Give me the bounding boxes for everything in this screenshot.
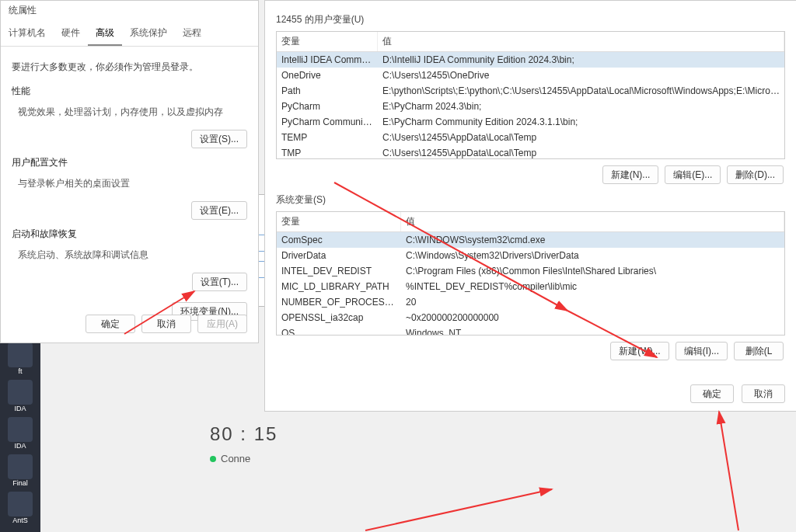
cell-var: Path: [277, 84, 378, 98]
svg-line-4: [719, 412, 738, 530]
settings-profiles-button[interactable]: 设置(E)...: [191, 201, 247, 220]
cell-val: E:\PyCharm Community Edition 2024.3.1.1\…: [378, 115, 784, 129]
group-title-profiles: 用户配置文件: [12, 156, 247, 169]
tab-bar: 计算机名 硬件 高级 系统保护 远程: [1, 22, 258, 47]
sys-vars-table: 变量 值 ComSpecC:\WINDOWS\system32\cmd.exeD…: [276, 211, 785, 336]
cell-var: OPENSSL_ia32cap: [277, 311, 401, 325]
group-desc: 系统启动、系统故障和调试信息: [18, 249, 247, 262]
user-vars-table: 变量 值 IntelliJ IDEA Community E...D:\Inte…: [276, 31, 785, 159]
table-row[interactable]: TMPC:\Users\12455\AppData\Local\Temp: [277, 145, 784, 159]
table-row[interactable]: OSWindows_NT: [277, 325, 784, 336]
cell-val: %INTEL_DEV_REDIST%compiler\lib\mic: [401, 280, 784, 294]
cell-val: C:\Users\12455\OneDrive: [378, 68, 784, 82]
sys-edit-button[interactable]: 编辑(I)...: [676, 342, 728, 360]
apply-button[interactable]: 应用(A): [197, 315, 247, 333]
clock: 80 : 15: [210, 423, 278, 445]
cell-var: MIC_LD_LIBRARY_PATH: [277, 280, 401, 294]
cell-val: C:\Users\12455\AppData\Local\Temp: [378, 130, 784, 144]
desktop-icons-strip: ft IDA IDA Final AntS: [0, 338, 40, 532]
status-dot-icon: [210, 456, 216, 462]
env-cancel-button[interactable]: 取消: [742, 384, 785, 403]
dialog-title: 统属性: [1, 1, 258, 20]
env-variables-dialog: 12455 的用户变量(U) 变量 值 IntelliJ IDEA Commun…: [264, 0, 796, 412]
cell-val: 20: [401, 295, 784, 309]
settings-startup-button[interactable]: 设置(T)...: [192, 273, 247, 291]
cell-var: OS: [277, 326, 401, 336]
cancel-button[interactable]: 取消: [141, 315, 191, 333]
tab-remote[interactable]: 远程: [175, 22, 209, 46]
table-row[interactable]: OneDriveC:\Users\12455\OneDrive: [277, 68, 784, 83]
cell-var: NUMBER_OF_PROCESSORS: [277, 295, 401, 309]
tab-hardware[interactable]: 硬件: [54, 22, 88, 46]
tab-advanced[interactable]: 高级: [88, 22, 122, 46]
status-text: Conne: [221, 453, 250, 464]
cell-val: D:\IntelliJ IDEA Community Edition 2024.…: [378, 53, 784, 67]
group-title-perf: 性能: [12, 85, 247, 98]
status-block: 80 : 15 Conne: [210, 423, 278, 464]
cell-var: PyCharm: [277, 99, 378, 113]
cell-val: C:\Program Files (x86)\Common Files\Inte…: [401, 264, 784, 278]
cell-val: E:\PyCharm 2024.3\bin;: [378, 99, 784, 113]
user-edit-button[interactable]: 编辑(E)...: [665, 165, 721, 184]
table-row[interactable]: PathE:\python\Scripts\;E:\python\;C:\Use…: [277, 83, 784, 99]
sys-new-button[interactable]: 新建(W)...: [610, 342, 669, 360]
desktop-icon[interactable]: Final: [5, 454, 36, 487]
user-vars-label: 12455 的用户变量(U): [276, 13, 785, 26]
table-row[interactable]: PyCharm Community Editi...E:\PyCharm Com…: [277, 114, 784, 130]
col-header-var[interactable]: 变量: [277, 212, 401, 231]
system-properties-dialog: 统属性 计算机名 硬件 高级 系统保护 远程 要进行大多数更改，你必须作为管理员…: [0, 0, 259, 343]
env-ok-button[interactable]: 确定: [690, 384, 734, 403]
table-row[interactable]: TEMPC:\Users\12455\AppData\Local\Temp: [277, 130, 784, 145]
ok-button[interactable]: 确定: [86, 315, 135, 333]
sys-vars-label: 系统变量(S): [276, 193, 785, 207]
desktop-icon[interactable]: AntS: [5, 492, 36, 524]
table-row[interactable]: MIC_LD_LIBRARY_PATH%INTEL_DEV_REDIST%com…: [277, 279, 784, 294]
cell-val: Windows_NT: [401, 326, 784, 336]
tab-computer-name[interactable]: 计算机名: [1, 22, 54, 46]
cell-var: IntelliJ IDEA Community E...: [277, 53, 378, 67]
cell-val: ~0x200000200000000: [401, 311, 784, 325]
cell-val: C:\WINDOWS\system32\cmd.exe: [401, 233, 784, 247]
cell-var: TEMP: [277, 130, 378, 144]
col-header-var[interactable]: 变量: [277, 32, 378, 51]
desktop-icon[interactable]: ft: [5, 342, 36, 375]
cell-var: OneDrive: [277, 68, 378, 82]
table-row[interactable]: DriverDataC:\Windows\System32\Drivers\Dr…: [277, 248, 784, 263]
col-header-val[interactable]: 值: [378, 32, 784, 51]
table-row[interactable]: OPENSSL_ia32cap~0x200000200000000: [277, 310, 784, 325]
cell-var: ComSpec: [277, 233, 401, 247]
sys-delete-button[interactable]: 删除(L: [734, 342, 784, 360]
cell-val: E:\python\Scripts\;E:\python\;C:\Users\1…: [378, 84, 784, 98]
group-desc: 与登录帐户相关的桌面设置: [18, 177, 247, 190]
desktop-icon[interactable]: IDA: [5, 417, 36, 450]
svg-line-3: [365, 489, 552, 530]
admin-note: 要进行大多数更改，你必须作为管理员登录。: [12, 61, 247, 74]
table-row[interactable]: NUMBER_OF_PROCESSORS20: [277, 294, 784, 310]
cell-val: C:\Windows\System32\Drivers\DriverData: [401, 249, 784, 263]
table-row[interactable]: IntelliJ IDEA Community E...D:\IntelliJ …: [277, 52, 784, 68]
desktop-icon[interactable]: IDA: [5, 380, 36, 412]
tab-system-protection[interactable]: 系统保护: [122, 22, 175, 46]
table-row[interactable]: PyCharmE:\PyCharm 2024.3\bin;: [277, 99, 784, 114]
cell-var: PyCharm Community Editi...: [277, 115, 378, 129]
group-title-startup: 启动和故障恢复: [12, 228, 247, 241]
cell-var: INTEL_DEV_REDIST: [277, 264, 401, 278]
table-row[interactable]: INTEL_DEV_REDISTC:\Program Files (x86)\C…: [277, 263, 784, 279]
user-delete-button[interactable]: 删除(D)...: [727, 165, 784, 184]
cell-val: C:\Users\12455\AppData\Local\Temp: [378, 146, 784, 159]
user-new-button[interactable]: 新建(N)...: [602, 165, 659, 184]
cell-var: TMP: [277, 146, 378, 159]
cell-var: DriverData: [277, 249, 401, 263]
group-desc: 视觉效果，处理器计划，内存使用，以及虚拟内存: [18, 106, 247, 119]
table-row[interactable]: ComSpecC:\WINDOWS\system32\cmd.exe: [277, 232, 784, 248]
col-header-val[interactable]: 值: [401, 212, 784, 231]
settings-perf-button[interactable]: 设置(S)...: [191, 130, 247, 148]
